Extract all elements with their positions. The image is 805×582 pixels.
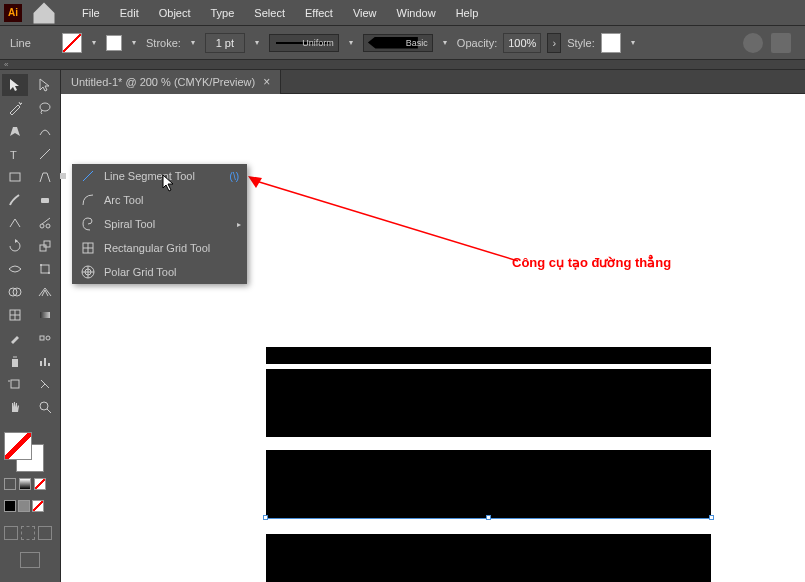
- collapse-bar[interactable]: «: [0, 60, 805, 70]
- flyout-line-segment-tool[interactable]: Line Segment Tool (\): [72, 164, 247, 188]
- selection-handle-mid[interactable]: [486, 515, 491, 520]
- menu-edit[interactable]: Edit: [110, 3, 149, 23]
- preferences-icon[interactable]: [771, 33, 791, 53]
- svg-point-20: [48, 272, 50, 274]
- color-mode-color[interactable]: [4, 478, 16, 490]
- opacity-input[interactable]: [503, 33, 541, 53]
- menu-select[interactable]: Select: [244, 3, 295, 23]
- menu-effect[interactable]: Effect: [295, 3, 343, 23]
- scissors-tool[interactable]: [32, 212, 58, 234]
- app-logo: Ai: [4, 4, 22, 22]
- menu-window[interactable]: Window: [387, 3, 446, 23]
- opacity-expand[interactable]: [547, 33, 561, 53]
- swatch-none[interactable]: [32, 500, 44, 512]
- document-tab[interactable]: Untitled-1* @ 200 % (CMYK/Preview) ×: [61, 70, 281, 94]
- svg-rect-25: [44, 358, 46, 366]
- variable-width-profile[interactable]: Uniform: [269, 34, 339, 52]
- stroke-weight-input[interactable]: [205, 33, 245, 53]
- draw-behind[interactable]: [21, 526, 35, 540]
- tab-close-button[interactable]: ×: [263, 75, 270, 89]
- symbol-sprayer-tool[interactable]: [2, 350, 28, 372]
- selection-tool[interactable]: [2, 74, 28, 96]
- svg-line-37: [256, 181, 518, 261]
- selection-handle-right[interactable]: [709, 515, 714, 520]
- free-transform-tool[interactable]: [32, 258, 58, 280]
- stroke-dropdown[interactable]: [88, 33, 100, 53]
- svg-rect-8: [11, 380, 19, 388]
- menu-view[interactable]: View: [343, 3, 387, 23]
- graphic-style-swatch[interactable]: [601, 33, 621, 53]
- annotation-text: Công cụ tạo đường thẳng: [512, 255, 671, 270]
- selection-handle-left[interactable]: [263, 515, 268, 520]
- direct-selection-tool[interactable]: [32, 74, 58, 96]
- mesh-tool[interactable]: [2, 304, 28, 326]
- curvature-tool[interactable]: [32, 120, 58, 142]
- artboard-tool[interactable]: [2, 373, 28, 395]
- color-mode-none[interactable]: [34, 478, 46, 490]
- column-graph-tool[interactable]: [32, 350, 58, 372]
- menu-file[interactable]: File: [72, 3, 110, 23]
- flyout-spiral-tool[interactable]: Spiral Tool ▸: [72, 212, 247, 236]
- menu-object[interactable]: Object: [149, 3, 201, 23]
- fill-stroke-indicator[interactable]: [4, 432, 44, 472]
- artwork-shape-4[interactable]: [266, 534, 711, 582]
- shaper-tool[interactable]: [2, 212, 28, 234]
- artwork-shape-3[interactable]: [266, 450, 711, 518]
- swatch-black[interactable]: [4, 500, 16, 512]
- svg-rect-21: [40, 312, 50, 318]
- stroke-link-icon[interactable]: [187, 33, 199, 53]
- arc-icon: [80, 192, 96, 208]
- svg-line-11: [40, 149, 50, 159]
- fill-dropdown[interactable]: [128, 33, 140, 53]
- eraser-tool[interactable]: [32, 189, 58, 211]
- blend-tool[interactable]: [32, 327, 58, 349]
- menu-help[interactable]: Help: [446, 3, 489, 23]
- artwork-shape-1[interactable]: [266, 347, 711, 364]
- home-button[interactable]: [30, 2, 58, 24]
- svg-rect-17: [44, 241, 50, 247]
- magic-wand-tool[interactable]: [2, 97, 28, 119]
- draw-inside[interactable]: [38, 526, 52, 540]
- line-segment-tool[interactable]: [32, 143, 58, 165]
- stroke-weight-dropdown[interactable]: [251, 33, 263, 53]
- rectangle-tool[interactable]: [2, 166, 28, 188]
- profile-dropdown[interactable]: [345, 33, 357, 53]
- flyout-arc-tool[interactable]: Arc Tool: [72, 188, 247, 212]
- color-mode-gradient[interactable]: [19, 478, 31, 490]
- artwork-shape-2[interactable]: [266, 369, 711, 437]
- width-tool[interactable]: [2, 258, 28, 280]
- flyout-rectangular-grid-tool[interactable]: Rectangular Grid Tool: [72, 236, 247, 260]
- pen-tool[interactable]: [2, 120, 28, 142]
- screen-mode[interactable]: [20, 552, 40, 568]
- slice-tool[interactable]: [32, 373, 58, 395]
- rotate-tool[interactable]: [2, 235, 28, 257]
- brush-dropdown[interactable]: [439, 33, 451, 53]
- scale-tool[interactable]: [32, 235, 58, 257]
- perspective-grid-tool[interactable]: [32, 281, 58, 303]
- fill-swatch-indicator[interactable]: [4, 432, 32, 460]
- zoom-tool[interactable]: [32, 396, 58, 418]
- mouse-cursor-icon: [162, 174, 178, 194]
- fill-color-swatch[interactable]: [106, 35, 122, 51]
- paintbrush-tool[interactable]: [2, 189, 28, 211]
- document-setup-icon[interactable]: [743, 33, 763, 53]
- hand-tool[interactable]: [2, 396, 28, 418]
- stroke-label: Stroke:: [146, 37, 181, 49]
- svg-text:T: T: [10, 149, 17, 161]
- type-tool[interactable]: T: [2, 143, 28, 165]
- rect-grid-icon: [80, 240, 96, 256]
- svg-rect-18: [41, 265, 49, 273]
- menu-type[interactable]: Type: [201, 3, 245, 23]
- eyedropper-tool[interactable]: [2, 327, 28, 349]
- swatch-gray[interactable]: [18, 500, 30, 512]
- shape-builder-tool[interactable]: [2, 281, 28, 303]
- style-dropdown[interactable]: [627, 33, 639, 53]
- draw-normal[interactable]: [4, 526, 18, 540]
- brush-definition[interactable]: Basic: [363, 34, 433, 52]
- gradient-tool[interactable]: [32, 304, 58, 326]
- svg-rect-12: [41, 198, 49, 203]
- ellipse-tool[interactable]: [32, 166, 58, 188]
- flyout-polar-grid-tool[interactable]: Polar Grid Tool: [72, 260, 247, 284]
- stroke-color-swatch[interactable]: [62, 33, 82, 53]
- lasso-tool[interactable]: [32, 97, 58, 119]
